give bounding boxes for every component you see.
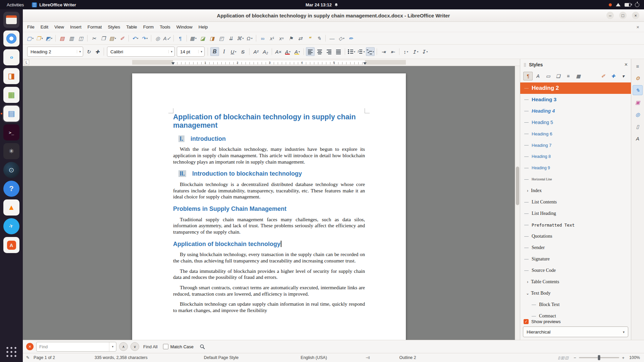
update-style-button[interactable]: ↻ <box>85 48 93 56</box>
insert-image-button[interactable]: ◪ <box>198 34 207 43</box>
page-deck-button[interactable]: ▯ <box>633 121 643 131</box>
menu-item[interactable]: Form <box>140 23 157 31</box>
maximize-button[interactable]: □ <box>619 12 627 19</box>
redo-button[interactable]: ↷ <box>140 34 149 43</box>
clone-formatting-button[interactable]: ✐ <box>118 34 126 43</box>
style-list-heading[interactable]: List Heading <box>520 208 631 219</box>
insert-table-button[interactable]: ▦ <box>189 34 198 43</box>
new-style-button[interactable]: ✚ <box>93 48 101 56</box>
style-inspector-deck-button[interactable]: A <box>633 133 643 143</box>
align-center-button[interactable] <box>315 47 324 56</box>
software-dock-icon[interactable]: A <box>3 237 19 253</box>
character-styles-tab[interactable]: A <box>533 72 543 80</box>
print-preview-button[interactable]: ◫ <box>76 34 85 43</box>
insert-footnote-button[interactable]: x¹ <box>268 34 276 43</box>
find-next-button[interactable]: ∨ <box>130 342 139 351</box>
insert-text-box-button[interactable]: ◰ <box>217 34 226 43</box>
vertical-scrollbar[interactable] <box>515 66 520 340</box>
style-signature[interactable]: Signature <box>520 253 631 265</box>
save-button[interactable]: ◩ <box>45 34 53 43</box>
style-quotations[interactable]: Quotations <box>520 231 631 242</box>
spelling-button[interactable]: A✓ <box>163 34 171 43</box>
outline-list-button[interactable] <box>366 47 375 56</box>
fill-format-mode-button[interactable]: ✐ <box>598 72 608 80</box>
find-replace-button[interactable]: ◎ <box>153 34 162 43</box>
word-count-indicator[interactable]: 335 words, 2,358 characters <box>95 355 148 360</box>
paragraph-style-selector[interactable]: Heading 2 <box>27 47 83 57</box>
document-paragraph[interactable]: The data immutability of blockchain prov… <box>173 268 365 281</box>
navigator-deck-button[interactable]: ◎ <box>633 109 643 119</box>
app-grid-dock-icon[interactable] <box>3 344 19 360</box>
subscript-button[interactable]: A₂ <box>261 47 270 56</box>
bold-button[interactable]: B <box>210 47 219 56</box>
document-paragraph[interactable]: Blockchain technology is a decentralized… <box>173 181 365 200</box>
language-indicator[interactable]: English (USA) <box>301 355 327 360</box>
document-title-heading[interactable]: Application of blockchain technology in … <box>173 113 365 130</box>
font-color-button[interactable]: A <box>283 47 292 56</box>
steam-dock-icon[interactable]: ⊙ <box>3 162 19 178</box>
files-dock-icon[interactable] <box>3 12 19 28</box>
formatting-marks-button[interactable]: ¶ <box>176 34 184 43</box>
menu-item[interactable]: Window <box>173 23 196 31</box>
find-input[interactable] <box>37 342 109 351</box>
frame-styles-tab[interactable]: ▭ <box>543 72 553 80</box>
insert-cross-reference-button[interactable]: ⇄ <box>296 34 305 43</box>
list-styles-tab[interactable]: ≡ <box>564 72 573 80</box>
decrease-paragraph-spacing-button[interactable]: ↧ <box>420 47 429 56</box>
terminal-dock-icon[interactable]: >_ <box>3 124 19 140</box>
styles-deck-button[interactable]: ✎ <box>633 85 643 95</box>
close-styles-panel-button[interactable]: × <box>625 62 628 68</box>
expander-icon[interactable]: ⌄ <box>524 291 531 296</box>
zoom-slider-thumb[interactable] <box>598 355 600 360</box>
system-tray[interactable] <box>609 3 644 7</box>
insert-endnote-button[interactable]: xⁿ <box>277 34 286 43</box>
close-find-bar-button[interactable]: × <box>26 343 34 350</box>
style-heading-6[interactable]: Heading 6 <box>520 128 631 139</box>
zoom-level-indicator[interactable]: 100% <box>629 355 640 360</box>
help-dock-icon[interactable]: ? <box>3 181 19 197</box>
document-heading[interactable]: I.introduction <box>173 135 365 143</box>
increase-paragraph-spacing-button[interactable]: ↥ <box>411 47 420 56</box>
calc-dock-icon[interactable]: ▦ <box>3 87 19 103</box>
new-style-from-selection-button[interactable]: ✚ <box>608 72 618 80</box>
activities-button[interactable]: Activities <box>5 2 26 8</box>
page-number-indicator[interactable]: Page 1 of 2 <box>34 355 55 360</box>
expander-icon[interactable]: › <box>524 280 531 284</box>
find-and-replace-button[interactable] <box>200 344 205 350</box>
find-input-group[interactable]: ▾ <box>36 342 116 352</box>
insert-special-character-button[interactable]: Ω <box>245 34 254 43</box>
insert-horizontal-line-button[interactable]: — <box>328 34 336 43</box>
font-name-selector[interactable]: Calibri <box>107 47 175 57</box>
window-title-bar[interactable]: Application of blockchain technology in … <box>23 9 644 22</box>
clock-menu[interactable]: Mar 24 13:12 <box>306 2 338 7</box>
insert-page-break-button[interactable]: ⇊ <box>226 34 235 43</box>
page-styles-tab[interactable]: ❏ <box>553 72 563 80</box>
gallery-deck-button[interactable]: ▣ <box>633 97 643 107</box>
single-page-view-button[interactable]: ▯ <box>558 356 559 360</box>
menu-item[interactable]: Edit <box>38 23 51 31</box>
style-heading-3[interactable]: Heading 3 <box>520 94 631 105</box>
align-left-button[interactable] <box>306 47 315 56</box>
find-previous-button[interactable]: ∧ <box>119 342 128 351</box>
scrollbar-thumb[interactable] <box>516 167 519 205</box>
document-paragraph[interactable]: Blockchain technology can update supply … <box>173 301 365 313</box>
style-filter-dropdown[interactable]: Hierarchical <box>523 326 628 337</box>
style-list-contents[interactable]: List Contents <box>520 196 631 208</box>
style-preformatted-text[interactable]: Preformatted Text <box>520 219 631 231</box>
writer-dock-icon[interactable]: ▤ <box>3 106 19 122</box>
style-text-body[interactable]: ⌄ Text Body <box>520 288 631 299</box>
impress-dock-icon[interactable]: ◨ <box>3 68 19 84</box>
style-heading-4[interactable]: Heading 4 <box>520 105 631 117</box>
basic-shapes-button[interactable]: ◇ <box>337 34 346 43</box>
find-all-button[interactable]: Find All <box>143 344 158 349</box>
edit-mode-icon[interactable]: ✎ <box>26 355 30 360</box>
close-document-button[interactable]: × <box>636 24 644 30</box>
unordered-list-button[interactable] <box>347 47 356 56</box>
document-heading[interactable]: Application of blockchain technology <box>173 241 365 248</box>
close-button[interactable]: × <box>632 12 639 19</box>
document-paragraph[interactable]: By using blockchain technology, every tr… <box>173 251 365 264</box>
document-heading[interactable]: II.Introduction to blockchain technology <box>173 170 365 178</box>
tab-stop-selector[interactable]: L <box>24 60 29 65</box>
insert-field-button[interactable]: ⌘ <box>236 34 245 43</box>
expander-icon[interactable]: › <box>524 188 531 193</box>
